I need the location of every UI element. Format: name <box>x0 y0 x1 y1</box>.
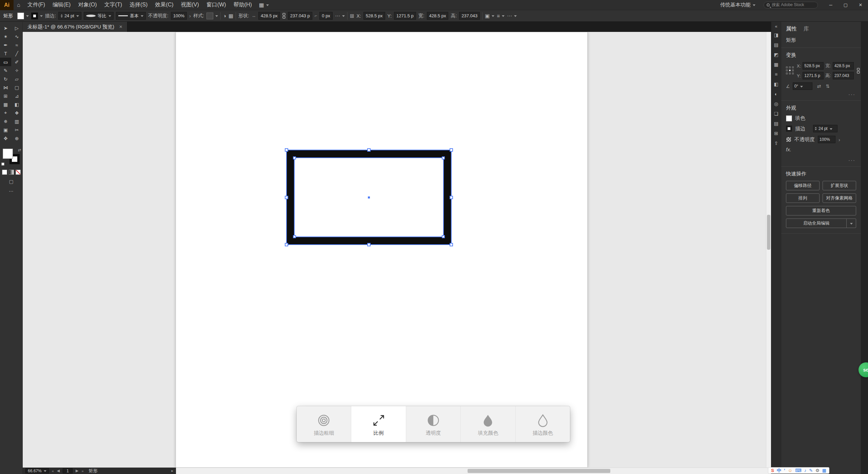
swap-fill-stroke-icon[interactable]: ⇄ <box>18 148 21 152</box>
tool-button[interactable]: ⊞ <box>0 92 11 100</box>
reference-point-icon[interactable]: ⊞ <box>350 13 354 19</box>
document-tab[interactable]: 未标题-1* @ 66.67% (RGB/GPU 预览) ✕ <box>23 22 127 32</box>
panel-icon[interactable]: ⇪ <box>774 140 778 146</box>
selection-handle[interactable] <box>285 196 288 199</box>
opacity-input[interactable]: 100% <box>171 12 187 20</box>
draw-mode-icon[interactable]: ▢ <box>9 179 13 184</box>
arrange-button[interactable]: 排列 <box>786 193 820 203</box>
panel-icon[interactable]: ⊞ <box>774 131 778 136</box>
fill-swatch[interactable] <box>786 115 792 121</box>
tool-button[interactable]: ◧ <box>11 100 22 109</box>
recolor-button[interactable]: 重新着色 <box>786 206 856 215</box>
tab-close-icon[interactable]: ✕ <box>119 24 122 29</box>
opacity-options-icon[interactable]: › <box>839 137 840 143</box>
ime-icon[interactable]: S <box>771 468 774 473</box>
align-pixel-grid-button[interactable]: 对齐像素网格 <box>823 193 856 203</box>
zoom-level-select[interactable]: 66.67% <box>25 468 49 473</box>
opacity-input[interactable]: 100% <box>818 136 835 143</box>
menu-item[interactable]: 选择(S) <box>126 0 151 10</box>
stepper-arrows-icon[interactable] <box>815 126 817 131</box>
ime-icon[interactable]: ⌨ <box>795 468 802 473</box>
height-input[interactable]: 237.043 <box>459 12 480 20</box>
global-edit-dropdown-icon[interactable] <box>847 219 856 228</box>
tool-button[interactable]: ⌖ <box>0 109 11 117</box>
panel-icon[interactable]: ≡ <box>775 72 777 77</box>
vertical-scrollbar[interactable] <box>766 32 771 468</box>
selection-handle[interactable] <box>367 148 371 152</box>
more-options-icon[interactable]: ··· <box>786 156 856 164</box>
canvas-viewport[interactable]: 描边粗细 比例 透明度 <box>23 32 771 468</box>
global-edit-button[interactable]: 启动全局编辑 <box>786 219 847 228</box>
ime-icon[interactable]: ⚙ <box>815 468 820 473</box>
tool-button[interactable]: ╱ <box>11 49 22 58</box>
tool-button[interactable]: ▣ <box>0 126 11 134</box>
shape-height-input[interactable]: 237.043 p <box>288 12 312 20</box>
panel-icon[interactable]: ❏ <box>774 111 778 116</box>
menu-item[interactable]: 帮助(H) <box>230 0 256 10</box>
first-artboard-icon[interactable]: « <box>52 469 54 473</box>
tool-button[interactable]: ✐ <box>11 58 22 66</box>
tool-button[interactable]: ⊕ <box>11 134 22 143</box>
y-input[interactable]: 1271.5 p <box>803 72 824 79</box>
x-input[interactable]: 528.5 px <box>363 12 385 20</box>
panel-icon[interactable]: ▤ <box>774 121 778 126</box>
flip-horizontal-icon[interactable]: ⇄ <box>817 83 821 89</box>
stroke-weight-input[interactable]: 24 pt <box>58 12 81 20</box>
tool-button[interactable]: ✒ <box>0 41 11 49</box>
vertical-scrollbar-thumb[interactable] <box>767 215 770 250</box>
more-options-icon[interactable]: ⋯ <box>507 13 517 19</box>
ime-icon[interactable]: ☺ <box>788 468 792 473</box>
width-input[interactable]: 428.5 px <box>833 62 854 70</box>
offset-path-button[interactable]: 偏移路径 <box>786 181 820 190</box>
flip-vertical-icon[interactable]: ⇅ <box>826 83 830 89</box>
document-setup-icon[interactable]: ▦ <box>229 13 233 19</box>
selection-handle[interactable] <box>367 243 371 246</box>
fill-swatch[interactable] <box>3 149 13 159</box>
tool-button[interactable]: ▷ <box>11 24 22 32</box>
tool-button[interactable]: ⊿ <box>11 92 22 100</box>
next-artboard-icon[interactable]: ▶ <box>76 469 78 473</box>
ime-icon[interactable]: 中 <box>777 468 781 473</box>
align-options-icon[interactable]: ≡ <box>497 13 505 19</box>
expand-panels-icon[interactable]: « <box>775 24 777 29</box>
search-input[interactable]: 搜索 Adobe Stock <box>764 2 818 8</box>
selection-handle[interactable] <box>450 196 453 199</box>
panel-icon[interactable]: ◧ <box>774 81 778 87</box>
menu-item[interactable]: 效果(C) <box>151 0 177 10</box>
tool-button[interactable]: T <box>0 49 11 58</box>
tab-properties[interactable]: 属性 <box>786 25 797 33</box>
artboard-number-input[interactable]: 1 <box>63 468 73 473</box>
brush-select[interactable]: 基本 <box>116 12 146 20</box>
tool-button[interactable]: ↻ <box>0 75 11 83</box>
arrange-documents-icon[interactable]: ▦ <box>256 0 272 10</box>
selection-handle[interactable] <box>285 243 288 246</box>
tool-button[interactable]: ✂ <box>11 126 22 134</box>
y-input[interactable]: 1271.5 p <box>394 12 416 20</box>
menu-item[interactable]: 窗口(W) <box>203 0 230 10</box>
tool-button[interactable]: ▦ <box>0 100 11 109</box>
menu-item[interactable]: 对象(O) <box>74 0 100 10</box>
stepper-arrows-icon[interactable] <box>61 13 63 19</box>
status-expand-icon[interactable]: ▸ <box>171 469 173 473</box>
transform-options-icon[interactable]: ▣ <box>485 13 494 19</box>
panel-icon[interactable]: ▦ <box>774 62 778 67</box>
tool-button[interactable]: ▢ <box>11 83 22 92</box>
horizontal-scrollbar[interactable] <box>176 468 771 474</box>
ime-icon[interactable]: ’ <box>784 468 785 473</box>
ime-icon[interactable]: ♪ <box>804 468 807 473</box>
height-input[interactable]: 237.043 <box>833 72 854 79</box>
tool-button[interactable]: ✥ <box>0 134 11 143</box>
edit-toolbar-icon[interactable]: ⋯ <box>9 188 14 194</box>
tool-button[interactable]: ≈ <box>11 41 22 49</box>
corner-radius-input[interactable]: 0 px <box>319 12 333 20</box>
selected-rectangle[interactable] <box>286 150 452 245</box>
panel-icon[interactable]: ◎ <box>774 101 778 107</box>
tool-button[interactable]: ∿ <box>11 32 22 41</box>
panel-icon[interactable]: ◐ <box>775 91 777 97</box>
horizontal-scrollbar-thumb[interactable] <box>468 469 610 473</box>
default-fill-stroke-icon[interactable] <box>1 163 4 166</box>
panel-icon[interactable]: ◨ <box>774 32 778 38</box>
selection-handle[interactable] <box>285 148 288 152</box>
home-icon[interactable]: ⌂ <box>14 0 24 10</box>
tool-button[interactable]: ✶ <box>0 32 11 41</box>
